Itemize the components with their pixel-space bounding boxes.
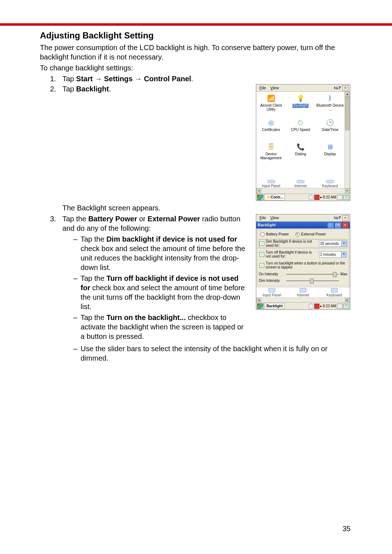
screenshot-backlight: File View №? × Backlight ? — [256, 214, 350, 310]
label-on: Turn on backlight when a button is press… — [266, 262, 347, 269]
row-on-backlight: ✓ Turn on backlight when a button is pre… — [259, 261, 347, 270]
cp-item-cpuspeed[interactable]: ⏲CPU Speed — [286, 116, 315, 140]
cp-item-keyboard[interactable]: Keyboard — [315, 180, 345, 188]
phone-icon: 📞 — [296, 143, 305, 151]
bl-horiz-scrollbar[interactable]: ◄► — [256, 297, 350, 302]
radio-external-power[interactable]: External Power — [295, 232, 326, 237]
start-button[interactable] — [257, 303, 264, 309]
sub-bullets-cont: Use the slider bars to select the intens… — [62, 344, 350, 363]
bl-help-button[interactable]: ? — [327, 222, 334, 228]
slider-dim-intensity[interactable] — [286, 279, 339, 283]
label-dim-intensity: Dim Intensity — [259, 278, 285, 283]
cp-taskbar: 📁 Contr... ▸ 8:22 AM ☷ — [256, 193, 350, 201]
scroll-up-icon[interactable]: ▲ — [345, 92, 350, 97]
cp-horiz-scrollbar[interactable]: ◄ ► — [256, 188, 350, 193]
cp-item-dialing[interactable]: 📞Dialing — [286, 140, 315, 165]
screenshot-control-panel: File View №? × 📶Aironet Client Utility 💡… — [256, 84, 350, 201]
cp-row4-peek: Input Panel Internet Keyboard — [256, 180, 345, 188]
cp-icon-grid: 📶Aironet Client Utility 💡Backlight ᛒBlue… — [256, 92, 345, 193]
display-icon: 🖥 — [325, 143, 335, 151]
start-button[interactable] — [257, 194, 264, 200]
cp-item-datetime[interactable]: 🕒Date/Time — [315, 116, 345, 140]
cp-item-certificates[interactable]: ◎Certificates — [256, 116, 286, 140]
menu-view[interactable]: View — [269, 85, 281, 91]
menu-file[interactable]: File — [258, 85, 268, 91]
menu-view[interactable]: View — [269, 215, 281, 221]
cp-item-display[interactable]: 🖥Display — [315, 140, 345, 165]
page-number: 35 — [343, 525, 351, 533]
keyboard-icon — [326, 180, 334, 183]
system-tray: ▸ 8:22 AM ☷ — [309, 304, 349, 309]
step-2: 2. Tap Backlight. File View №? — [50, 84, 350, 201]
cp-item-device-mgmt[interactable]: 🗄Device Management — [256, 140, 286, 165]
wifi-icon: 📶 — [266, 94, 276, 103]
label-max: Max — [340, 272, 347, 276]
row-off-backlight: ✓ Turn off Backlight if device is not us… — [259, 250, 347, 259]
bullet-turnon: Tap the Turn on the backlight... checkbo… — [73, 313, 249, 341]
clock-icon: 🕒 — [325, 118, 335, 127]
help-icon[interactable]: №? — [333, 215, 342, 220]
tray-flag-icon[interactable] — [314, 195, 319, 200]
label-dim: Dim Backlight if device is not used for: — [266, 240, 318, 247]
bullet-dim: Tap the Dim backlight if device is not u… — [73, 234, 249, 272]
tray-clock: ▸ 8:22 AM — [320, 195, 336, 200]
chevron-down-icon: ▼ — [341, 241, 346, 246]
close-icon[interactable]: × — [342, 215, 348, 221]
tray-flag-icon[interactable] — [314, 304, 319, 309]
scroll-right-icon[interactable]: ► — [345, 188, 350, 193]
label-off: Turn off Backlight if device is not used… — [266, 251, 318, 258]
chevron-down-icon: ▼ — [341, 252, 346, 257]
slider-on-intensity-row: On Intensity Max — [259, 272, 347, 276]
internet-icon — [297, 180, 305, 183]
slider-thumb[interactable] — [333, 272, 336, 277]
tray-connection-icon[interactable] — [309, 195, 314, 200]
scroll-right-icon[interactable]: ► — [345, 298, 350, 302]
sub-bullets: Tap the Dim backlight if device is not u… — [62, 234, 249, 341]
radio-icon — [295, 232, 300, 237]
cp-body: 📶Aironet Client Utility 💡Backlight ᛒBlue… — [256, 92, 350, 193]
desktop-icon[interactable]: ☷ — [343, 304, 349, 309]
slider-dim-intensity-row: Dim Intensity Max — [259, 278, 347, 283]
device-icon: 🗄 — [266, 143, 276, 151]
bl-form: Battery Power External Power ✓ Dim Backl… — [257, 229, 349, 286]
lead-in-paragraph: To change backlight settings: — [40, 63, 350, 73]
cp-item-backlight[interactable]: 💡Backlight — [286, 92, 315, 116]
bl-menubar: File View №? × — [256, 214, 350, 222]
checkbox-on[interactable]: ✓ — [260, 263, 264, 268]
menu-file[interactable]: File — [258, 215, 268, 221]
cp-menubar: File View №? × — [256, 85, 350, 92]
taskbar-app-button[interactable]: 📁 Contr... — [265, 194, 285, 200]
certificates-icon: ◎ — [266, 118, 276, 127]
tray-connection-icon[interactable] — [309, 304, 314, 309]
checkbox-dim[interactable]: ✓ — [260, 241, 264, 246]
bl-ok-button[interactable]: OK — [335, 222, 341, 228]
checkbox-off[interactable]: ✓ — [260, 252, 264, 257]
close-icon[interactable]: × — [342, 85, 348, 91]
dropdown-dim-time[interactable]: 20 seconds▼ — [319, 241, 347, 247]
bl-close-button[interactable]: × — [342, 222, 348, 228]
slider-thumb[interactable] — [310, 279, 314, 284]
step-3: 3. Tap the Battery Power or External Pow… — [50, 214, 350, 363]
sip-icon[interactable] — [337, 195, 343, 200]
cp-item-input-panel[interactable]: Input Panel — [256, 180, 286, 188]
help-icon[interactable]: №? — [333, 85, 342, 90]
tray-clock: ▸ 8:22 AM — [320, 304, 336, 308]
slider-on-intensity[interactable] — [286, 272, 339, 276]
dropdown-off-time[interactable]: 2 minutes▼ — [319, 251, 347, 258]
cp-item-bluetooth[interactable]: ᛒBluetooth Device ... — [315, 92, 345, 116]
sip-icon[interactable] — [337, 304, 343, 309]
scroll-left-icon[interactable]: ◄ — [256, 298, 261, 302]
cp-vert-scrollbar[interactable]: ▲ ▼ — [344, 92, 350, 193]
radio-icon — [260, 232, 265, 237]
scroll-thumb[interactable] — [345, 97, 350, 130]
radio-battery-power[interactable]: Battery Power — [260, 232, 289, 237]
steps-list: 1. Tap Start → Settings → Control Panel.… — [40, 74, 350, 363]
bullet-turnoff: Tap the Turn off backlight if device is … — [73, 274, 249, 311]
cp-item-aironet[interactable]: 📶Aironet Client Utility — [256, 92, 286, 116]
taskbar-app-button[interactable]: Backlight — [265, 303, 285, 309]
system-tray: ▸ 8:22 AM ☷ — [309, 195, 349, 200]
desktop-icon[interactable]: ☷ — [343, 195, 349, 200]
cp-item-internet[interactable]: Internet — [286, 180, 315, 188]
mid-paragraph: The Backlight screen appears. — [62, 203, 350, 213]
scroll-left-icon[interactable]: ◄ — [256, 188, 261, 193]
